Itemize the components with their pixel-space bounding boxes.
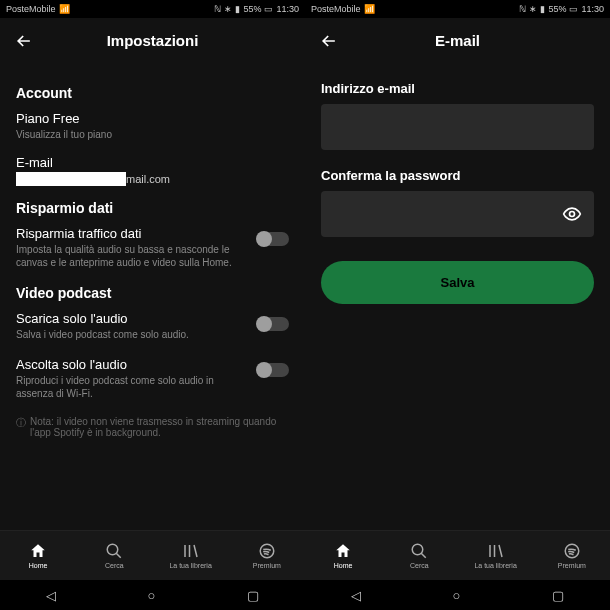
svg-point-2	[570, 212, 575, 217]
save-button-label: Salva	[441, 275, 475, 290]
tab-home-label: Home	[29, 562, 48, 569]
info-icon: ⓘ	[16, 416, 26, 438]
wifi-icon: 📶	[59, 4, 70, 14]
status-bar: PosteMobile 📶 ℕ ∗ ▮ 55% ▭ 11:30	[0, 0, 305, 18]
page-title: E-mail	[435, 32, 480, 49]
tab-library-label: La tua libreria	[169, 562, 211, 569]
nav-recent[interactable]: ▢	[552, 588, 564, 603]
plan-row[interactable]: Piano Free Visualizza il tuo piano	[16, 111, 289, 141]
tab-bar: Home Cerca La tua libreria Premium	[0, 530, 305, 580]
signal-icon: ▮	[540, 4, 545, 14]
spotify-icon	[258, 542, 276, 560]
data-saver-sub: Imposta la qualità audio su bassa e nasc…	[16, 243, 247, 269]
android-nav: ◁ ○ ▢	[305, 580, 610, 610]
section-data: Risparmio dati	[16, 200, 289, 216]
battery-icon: ▭	[264, 4, 273, 14]
plan-sub: Visualizza il tuo piano	[16, 128, 289, 141]
tab-library[interactable]: La tua libreria	[153, 531, 229, 580]
page-title: Impostazioni	[107, 32, 199, 49]
svg-point-0	[108, 544, 119, 555]
section-account: Account	[16, 85, 289, 101]
download-audio-title: Scarica solo l'audio	[16, 311, 247, 326]
tab-search[interactable]: Cerca	[381, 531, 457, 580]
nav-back[interactable]: ◁	[351, 588, 361, 603]
show-password-icon[interactable]	[562, 204, 582, 224]
plan-title: Piano Free	[16, 111, 289, 126]
carrier-label: PosteMobile	[6, 4, 56, 14]
tab-premium[interactable]: Premium	[534, 531, 610, 580]
nav-recent[interactable]: ▢	[247, 588, 259, 603]
home-icon	[334, 542, 352, 560]
header: Impostazioni	[0, 18, 305, 63]
download-audio-row: Scarica solo l'audio Salva i video podca…	[16, 311, 289, 341]
bluetooth-icon: ∗	[529, 4, 537, 14]
spotify-icon	[563, 542, 581, 560]
svg-point-3	[413, 544, 424, 555]
wifi-icon: 📶	[364, 4, 375, 14]
tab-bar: Home Cerca La tua libreria Premium	[305, 530, 610, 580]
battery-label: 55%	[243, 4, 261, 14]
tab-search-label: Cerca	[410, 562, 429, 569]
back-button[interactable]	[14, 31, 34, 51]
tab-premium[interactable]: Premium	[229, 531, 305, 580]
battery-label: 55%	[548, 4, 566, 14]
listen-audio-sub: Riproduci i video podcast come solo audi…	[16, 374, 247, 400]
data-saver-toggle[interactable]	[257, 232, 289, 246]
nav-back[interactable]: ◁	[46, 588, 56, 603]
back-button[interactable]	[319, 31, 339, 51]
listen-audio-toggle[interactable]	[257, 363, 289, 377]
email-redacted	[16, 172, 126, 186]
email-input[interactable]	[321, 104, 594, 150]
tab-premium-label: Premium	[558, 562, 586, 569]
tab-home[interactable]: Home	[0, 531, 76, 580]
nav-home[interactable]: ○	[453, 588, 461, 603]
status-bar: PosteMobile 📶 ℕ ∗ ▮ 55% ▭ 11:30	[305, 0, 610, 18]
nfc-icon: ℕ	[519, 4, 526, 14]
home-icon	[29, 542, 47, 560]
section-video: Video podcast	[16, 285, 289, 301]
nfc-icon: ℕ	[214, 4, 221, 14]
listen-audio-title: Ascolta solo l'audio	[16, 357, 247, 372]
listen-audio-row: Ascolta solo l'audio Riproduci i video p…	[16, 357, 289, 400]
download-audio-sub: Salva i video podcast come solo audio.	[16, 328, 247, 341]
time-label: 11:30	[581, 4, 604, 14]
email-tail: mail.com	[126, 173, 170, 185]
data-saver-row: Risparmia traffico dati Imposta la quali…	[16, 226, 289, 269]
password-input[interactable]	[321, 191, 594, 237]
save-button[interactable]: Salva	[321, 261, 594, 304]
android-nav: ◁ ○ ▢	[0, 580, 305, 610]
video-note: ⓘ Nota: il video non viene trasmesso in …	[16, 416, 289, 438]
carrier-label: PosteMobile	[311, 4, 361, 14]
battery-icon: ▭	[569, 4, 578, 14]
tab-library[interactable]: La tua libreria	[458, 531, 534, 580]
note-text: Nota: il video non viene trasmesso in st…	[30, 416, 289, 438]
email-row[interactable]: E-mail mail.com	[16, 155, 289, 186]
nav-home[interactable]: ○	[148, 588, 156, 603]
data-saver-title: Risparmia traffico dati	[16, 226, 247, 241]
tab-premium-label: Premium	[253, 562, 281, 569]
download-audio-toggle[interactable]	[257, 317, 289, 331]
tab-home-label: Home	[334, 562, 353, 569]
tab-home[interactable]: Home	[305, 531, 381, 580]
library-icon	[182, 542, 200, 560]
tab-search-label: Cerca	[105, 562, 124, 569]
bluetooth-icon: ∗	[224, 4, 232, 14]
email-label: E-mail	[16, 155, 289, 170]
password-field-label: Conferma la password	[321, 168, 594, 183]
email-field-label: Indirizzo e-mail	[321, 81, 594, 96]
search-icon	[410, 542, 428, 560]
search-icon	[105, 542, 123, 560]
signal-icon: ▮	[235, 4, 240, 14]
library-icon	[487, 542, 505, 560]
header: E-mail	[305, 18, 610, 63]
tab-library-label: La tua libreria	[474, 562, 516, 569]
tab-search[interactable]: Cerca	[76, 531, 152, 580]
time-label: 11:30	[276, 4, 299, 14]
